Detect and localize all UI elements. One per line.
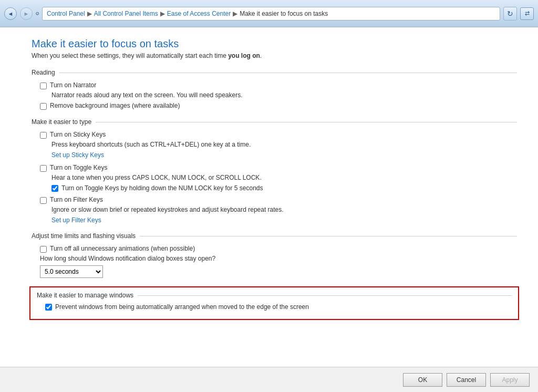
narrator-row: Turn on Narrator <box>32 81 517 89</box>
filter-keys-label[interactable]: Turn on Filter Keys <box>50 196 103 203</box>
time-limits-section-line <box>140 236 517 236</box>
typing-section-label: Make it easier to type <box>32 118 91 126</box>
narrator-label[interactable]: Turn on Narrator <box>50 81 96 89</box>
reading-section: Reading Turn on Narrator Narrator reads … <box>32 69 517 110</box>
cancel-button[interactable]: Cancel <box>447 373 486 387</box>
time-limits-section-header: Adjust time limits and flashing visuals <box>32 232 517 240</box>
breadcrumb-control-panel[interactable]: Control Panel <box>47 10 85 17</box>
time-limits-section: Adjust time limits and flashing visuals … <box>32 232 517 278</box>
breadcrumb-sep-2: ▶ <box>160 10 165 17</box>
filter-keys-description: Ignore or slow down brief or repeated ke… <box>32 206 517 213</box>
apply-button[interactable]: Apply <box>490 373 530 387</box>
manage-windows-section: Make it easier to manage windows Prevent… <box>29 286 519 320</box>
typing-section-line <box>96 122 517 122</box>
toggle-keys-hold-label[interactable]: Turn on Toggle Keys by holding down the … <box>61 184 263 192</box>
address-icon: ⊙ <box>36 12 39 15</box>
toggle-keys-checkbox[interactable] <box>40 165 47 172</box>
animations-checkbox[interactable] <box>40 246 47 253</box>
sticky-keys-checkbox[interactable] <box>40 132 47 139</box>
narrator-checkbox[interactable] <box>40 82 47 89</box>
toggle-keys-row: Turn on Toggle Keys <box>32 164 517 172</box>
notification-duration-dropdown[interactable]: 5.0 seconds 7.0 seconds 15.0 seconds 30.… <box>40 265 103 278</box>
remove-bg-label[interactable]: Remove background images (where availabl… <box>50 102 180 109</box>
ok-button[interactable]: OK <box>403 373 442 387</box>
typing-section: Make it easier to type Turn on Sticky Ke… <box>32 118 517 224</box>
sticky-keys-row: Turn on Sticky Keys <box>32 131 517 139</box>
manage-windows-section-line <box>138 295 512 296</box>
narrator-description: Narrator reads aloud any text on the scr… <box>32 91 517 99</box>
main-content: Make it easier to focus on tasks When yo… <box>0 27 538 367</box>
filter-keys-checkbox[interactable] <box>40 197 47 204</box>
bottom-bar: OK Cancel Apply <box>0 367 538 392</box>
notification-label: How long should Windows notification dia… <box>32 255 517 262</box>
setup-sticky-keys-link[interactable]: Set up Sticky Keys <box>32 151 517 159</box>
filter-keys-row: Turn on Filter Keys <box>32 196 517 204</box>
sticky-keys-description: Press keyboard shortcuts (such as CTRL+A… <box>32 141 517 148</box>
reading-section-label: Reading <box>32 69 55 76</box>
setup-filter-keys-link[interactable]: Set up Filter Keys <box>32 216 517 224</box>
page-subtitle: When you select these settings, they wil… <box>32 52 517 59</box>
reading-section-line <box>59 73 517 73</box>
address-bar: ◄ ► ⊙ Control Panel ▶ All Control Panel … <box>0 0 538 27</box>
remove-bg-checkbox[interactable] <box>40 103 47 110</box>
toggle-keys-hold-checkbox[interactable] <box>51 185 58 192</box>
page-title: Make it easier to focus on tasks <box>32 38 517 50</box>
manage-windows-section-header: Make it easier to manage windows <box>37 292 512 299</box>
animations-row: Turn off all unnecessary animations (whe… <box>32 245 517 253</box>
breadcrumb-sep-3: ▶ <box>233 10 237 17</box>
animations-label[interactable]: Turn off all unnecessary animations (whe… <box>50 245 195 252</box>
toggle-keys-description: Hear a tone when you press CAPS LOCK, NU… <box>32 174 517 181</box>
breadcrumb: Control Panel ▶ All Control Panel Items … <box>42 7 500 20</box>
forward-button[interactable]: ► <box>20 7 33 20</box>
typing-section-header: Make it easier to type <box>32 118 517 126</box>
breadcrumb-sep-1: ▶ <box>87 10 92 17</box>
reading-section-header: Reading <box>32 69 517 76</box>
breadcrumb-ease-of-access[interactable]: Ease of Access Center <box>167 10 231 17</box>
toggle-keys-hold-row: Turn on Toggle Keys by holding down the … <box>32 184 517 192</box>
prevent-arrange-label[interactable]: Prevent windows from being automatically… <box>55 303 309 311</box>
prevent-arrange-row: Prevent windows from being automatically… <box>37 303 512 311</box>
notification-dropdown-row: 5.0 seconds 7.0 seconds 15.0 seconds 30.… <box>32 265 517 278</box>
toggle-keys-label[interactable]: Turn on Toggle Keys <box>50 164 107 171</box>
refresh-button[interactable]: ↻ <box>503 7 517 20</box>
remove-bg-row: Remove background images (where availabl… <box>32 102 517 110</box>
back-button[interactable]: ◄ <box>4 7 17 20</box>
search-button[interactable]: ⇄ <box>520 7 534 20</box>
breadcrumb-all-items[interactable]: All Control Panel Items <box>94 10 158 17</box>
sticky-keys-label[interactable]: Turn on Sticky Keys <box>50 131 106 138</box>
manage-windows-section-label: Make it easier to manage windows <box>37 292 133 299</box>
time-limits-section-label: Adjust time limits and flashing visuals <box>32 232 136 240</box>
breadcrumb-current-page: Make it easier to focus on tasks <box>240 10 328 17</box>
prevent-arrange-checkbox[interactable] <box>45 304 52 311</box>
